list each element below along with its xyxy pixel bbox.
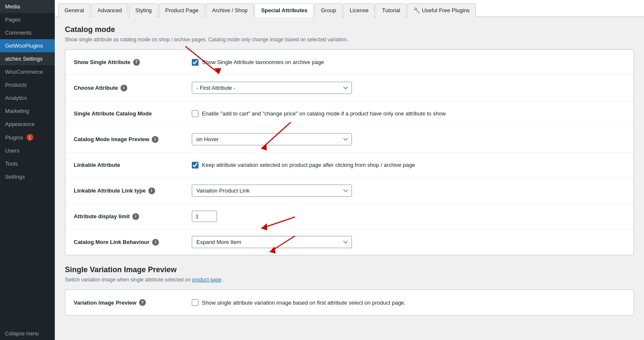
catalog-mode-title: Catalog mode <box>65 25 634 34</box>
sidebar-item-users[interactable]: Users <box>0 144 55 157</box>
sidebar-item-tools[interactable]: Tools <box>0 157 55 170</box>
tab-tutorial[interactable]: Tutorial <box>376 3 406 17</box>
catalog-mode-image-preview-control: on Hover on Click Disabled <box>192 133 625 145</box>
tab-special-attributes[interactable]: Special Attributes <box>255 3 314 17</box>
catalog-mode-image-preview-row: Catalog Mode Image Preview i on Hover on… <box>65 126 633 153</box>
product-page-link[interactable]: product page <box>192 277 222 283</box>
linkable-attribute-checkbox[interactable] <box>192 162 199 169</box>
single-variation-title: Single Variation Image Preview <box>65 265 634 274</box>
catalog-mode-image-preview-label: Catalog Mode Image Preview i <box>74 136 192 143</box>
choose-attribute-row: Choose Attribute i - First Attribute - C… <box>65 75 633 101</box>
sidebar-item-products[interactable]: Products <box>0 78 55 91</box>
sidebar-item-label: Appearance <box>5 121 35 127</box>
catalog-mode-image-preview-select[interactable]: on Hover on Click Disabled <box>192 133 352 145</box>
attribute-display-limit-control <box>192 211 625 222</box>
sidebar-item-label: Marketing <box>5 108 29 114</box>
single-variation-desc: Switch variation image when single attri… <box>65 277 634 283</box>
tab-license[interactable]: License <box>343 3 375 17</box>
single-attribute-catalog-mode-checkbox-label: Enable "add to cart" and "change price" … <box>202 110 446 117</box>
catalog-more-link-behaviour-control: Expand More Item Go to Product Page Open… <box>192 236 625 248</box>
choose-attribute-label: Choose Attribute i <box>74 85 192 91</box>
sidebar-item-label: Comments <box>5 29 32 36</box>
sidebar-item-label: Pages <box>5 16 21 23</box>
single-variation-panel: Variation Image Preview ? Show single at… <box>65 289 634 316</box>
show-single-attribute-checkbox-label: Show Single Attribute taxonomies on arch… <box>202 59 324 65</box>
tabs-bar: General Advanced Styling Product Page Ar… <box>55 0 644 17</box>
tab-general[interactable]: General <box>58 3 90 17</box>
attribute-display-limit-input[interactable] <box>192 211 217 222</box>
single-attribute-catalog-mode-row: Single Attribute Catalog Mode Enable "ad… <box>65 101 633 126</box>
linkable-attribute-link-type-help-icon[interactable]: i <box>148 187 155 194</box>
plugins-badge: 1 <box>27 134 33 141</box>
show-single-attribute-label: Show Single Attribute ? <box>74 59 192 66</box>
choose-attribute-help-icon[interactable]: i <box>121 85 127 91</box>
tab-styling[interactable]: Styling <box>129 3 158 17</box>
collapse-menu[interactable]: Collapse menu <box>0 327 55 340</box>
sidebar-item-label: Analytics <box>5 95 27 101</box>
sidebar-item-label: GetWooPlugins <box>5 43 43 49</box>
show-single-attribute-row: Show Single Attribute ? Show Single Attr… <box>65 50 633 75</box>
tab-group[interactable]: Group <box>314 3 342 17</box>
sidebar-item-appearance[interactable]: Appearance <box>0 118 55 131</box>
attribute-display-limit-row: Attribute display limit i <box>65 204 633 229</box>
sidebar-item-atches[interactable]: atches Settings <box>0 52 55 65</box>
attribute-display-limit-help-icon[interactable]: i <box>132 213 139 220</box>
catalog-mode-section: Catalog mode Show single attribute as ca… <box>65 25 634 255</box>
sidebar-item-getwoo[interactable]: GetWooPlugins <box>0 39 55 52</box>
choose-attribute-select[interactable]: - First Attribute - Color Size <box>192 82 352 94</box>
sidebar-item-label: atches Settings <box>5 56 43 62</box>
variation-image-preview-checkbox[interactable] <box>192 299 199 306</box>
sidebar-item-settings[interactable]: Settings <box>0 170 55 183</box>
sidebar-item-label: Settings <box>5 174 25 180</box>
show-single-attribute-help-icon[interactable]: ? <box>133 59 140 66</box>
sidebar-item-media[interactable]: Media <box>0 0 55 13</box>
sidebar-item-label: Users <box>5 147 19 154</box>
sidebar-item-label: Products <box>5 82 27 88</box>
attribute-display-limit-label: Attribute display limit i <box>74 213 192 220</box>
variation-image-preview-row: Variation Image Preview ? Show single at… <box>65 290 633 315</box>
choose-attribute-control: - First Attribute - Color Size <box>192 82 625 94</box>
tab-product-page[interactable]: Product Page <box>159 3 205 17</box>
single-attribute-catalog-mode-label: Single Attribute Catalog Mode <box>74 110 192 117</box>
catalog-more-link-behaviour-help-icon[interactable]: i <box>152 239 159 246</box>
linkable-attribute-checkbox-label: Keep attribute variation selected on pro… <box>202 162 415 168</box>
catalog-mode-image-preview-help-icon[interactable]: i <box>152 136 158 143</box>
variation-image-preview-checkbox-label: Show single attribute variation image ba… <box>202 300 405 306</box>
linkable-attribute-label: Linkable Attribute <box>74 162 192 168</box>
sidebar-item-label: Plugins <box>5 134 23 141</box>
tab-useful-plugins[interactable]: 🔧 Useful Free Plugins <box>407 3 476 17</box>
sidebar-item-analytics[interactable]: Analytics <box>0 91 55 104</box>
sidebar: Media Pages Comments GetWooPlugins atche… <box>0 0 55 340</box>
variation-image-preview-help-icon[interactable]: ? <box>139 299 146 306</box>
sidebar-item-pages[interactable]: Pages <box>0 13 55 26</box>
show-single-attribute-checkbox[interactable] <box>192 59 199 66</box>
sidebar-item-woocommerce[interactable]: WooCommerce <box>0 65 55 78</box>
linkable-attribute-link-type-row: Linkable Attribute Link type i Variation… <box>65 178 633 204</box>
content-area: Catalog mode Show single attribute as ca… <box>55 17 644 340</box>
single-attribute-catalog-mode-control: Enable "add to cart" and "change price" … <box>192 110 625 117</box>
tab-advanced[interactable]: Advanced <box>91 3 128 17</box>
sidebar-item-comments[interactable]: Comments <box>0 26 55 39</box>
catalog-mode-desc: Show single attribute as catalog mode on… <box>65 37 634 43</box>
linkable-attribute-link-type-control: Variation Product Link Product Link Disa… <box>192 185 625 197</box>
linkable-attribute-row: Linkable Attribute Keep attribute variat… <box>65 153 633 178</box>
linkable-attribute-control: Keep attribute variation selected on pro… <box>192 162 625 169</box>
tab-archive-shop[interactable]: Archive / Shop <box>206 3 254 17</box>
sidebar-item-label: Tools <box>5 161 18 167</box>
catalog-more-link-behaviour-label: Catalog More Link Behaviour i <box>74 239 192 246</box>
catalog-more-link-behaviour-select[interactable]: Expand More Item Go to Product Page Open… <box>192 236 352 248</box>
sidebar-item-plugins[interactable]: Plugins 1 <box>0 131 55 144</box>
catalog-more-link-behaviour-row: Catalog More Link Behaviour i Expand Mor… <box>65 229 633 255</box>
single-attribute-catalog-mode-checkbox[interactable] <box>192 110 199 117</box>
main-content: General Advanced Styling Product Page Ar… <box>55 0 644 340</box>
linkable-attribute-link-type-label: Linkable Attribute Link type i <box>74 187 192 194</box>
linkable-attribute-link-type-select[interactable]: Variation Product Link Product Link Disa… <box>192 185 352 197</box>
show-single-attribute-control: Show Single Attribute taxonomies on arch… <box>192 59 625 66</box>
sidebar-item-marketing[interactable]: Marketing <box>0 104 55 118</box>
variation-image-preview-label: Variation Image Preview ? <box>74 299 192 306</box>
single-variation-section: Single Variation Image Preview Switch va… <box>65 265 634 316</box>
catalog-mode-panel: Show Single Attribute ? Show Single Attr… <box>65 49 634 255</box>
variation-image-preview-control: Show single attribute variation image ba… <box>192 299 625 306</box>
sidebar-item-label: WooCommerce <box>5 69 43 75</box>
sidebar-item-label: Media <box>5 3 20 10</box>
